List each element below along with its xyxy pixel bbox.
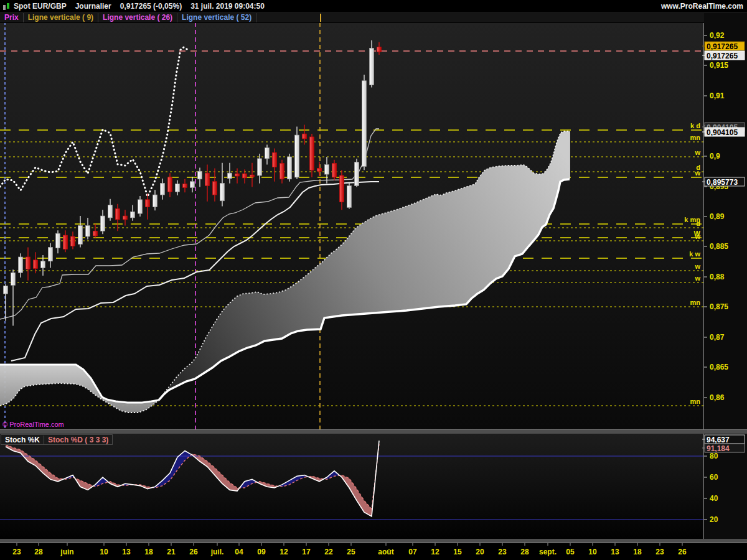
date-label-28[interactable]: 28 — [34, 548, 43, 556]
date-label-21[interactable]: 21 — [167, 548, 176, 556]
legend-item-prix[interactable]: Prix — [0, 13, 24, 22]
candle-body — [228, 173, 232, 179]
price-axis-label-0,86[interactable]: 0,86 — [710, 393, 725, 402]
candle-body — [295, 135, 299, 177]
date-label-25[interactable]: 25 — [347, 548, 355, 556]
date-label-20[interactable]: 20 — [476, 548, 484, 556]
date-label-23[interactable]: 23 — [655, 548, 664, 556]
candle-body — [11, 273, 16, 285]
stoch-axis-label-40[interactable]: 40 — [710, 494, 718, 503]
pivot-label-10: w — [694, 263, 700, 270]
chart-canvas[interactable]: k dmnwdwk mndWwk wwwmnmn0,920,9150,910,9… — [0, 0, 747, 560]
candle-body — [362, 81, 367, 167]
date-label-23[interactable]: 23 — [498, 548, 507, 556]
date-label-12[interactable]: 12 — [431, 548, 439, 556]
candle-body — [176, 184, 180, 192]
main-chart-background[interactable] — [0, 22, 704, 429]
prorealtime-window: k dmnwdwk mndWwk wwwmnmn0,920,9150,910,9… — [0, 0, 747, 560]
date-label-10[interactable]: 10 — [100, 548, 108, 556]
candle-body — [288, 157, 292, 179]
candle-body — [86, 226, 90, 236]
pivot-label-1: mn — [690, 134, 701, 141]
date-label-05[interactable]: 05 — [566, 548, 575, 556]
date-label-13[interactable]: 13 — [611, 548, 619, 556]
price-axis-label-0,88[interactable]: 0,88 — [710, 273, 725, 281]
date-label-août[interactable]: août — [378, 548, 393, 556]
datetime-readout: 31 juil. 2019 09:04:50 — [190, 2, 265, 11]
candle-26/07 — [355, 159, 359, 187]
stoch-tag-0: 94,637 — [707, 436, 730, 444]
date-label-04[interactable]: 04 — [235, 548, 243, 556]
price-tag-1: 0,917265 — [707, 52, 738, 60]
candle-body — [377, 47, 382, 52]
price-axis-label-0,92[interactable]: 0,92 — [710, 31, 725, 40]
candle-body — [317, 168, 322, 171]
candle-body — [19, 257, 23, 273]
panel-separator[interactable] — [0, 429, 747, 434]
date-label-26[interactable]: 26 — [189, 548, 198, 556]
candle-body — [123, 216, 128, 220]
pivot-label-11: w — [694, 274, 700, 282]
price-axis-label-0,875[interactable]: 0,875 — [710, 302, 728, 311]
date-label-juil.[interactable]: juil. — [210, 548, 224, 556]
candle-body — [183, 184, 187, 188]
candle-body — [153, 195, 157, 207]
prorealtime-watermark: © ProRealTime.com — [2, 421, 64, 428]
price-axis-label-0,915[interactable]: 0,915 — [710, 61, 728, 70]
date-label-15[interactable]: 15 — [453, 548, 462, 556]
pivot-label-6: d — [696, 220, 700, 227]
price-axis-label-0,89[interactable]: 0,89 — [710, 212, 725, 221]
date-label-13[interactable]: 13 — [122, 548, 131, 556]
date-label-18[interactable]: 18 — [633, 548, 642, 556]
date-label-17[interactable]: 17 — [302, 548, 311, 556]
price-axis-label-0,9[interactable]: 0,9 — [710, 152, 720, 161]
candle-body — [168, 177, 172, 192]
pivot-label-0: k d — [690, 122, 700, 129]
date-label-10[interactable]: 10 — [588, 548, 597, 556]
candle-body — [220, 184, 225, 201]
stoch-axis-label-20[interactable]: 20 — [710, 515, 718, 524]
pivot-label-9: k w — [689, 250, 700, 258]
pivot-label-13: mn — [690, 398, 701, 405]
legend-item-ligne-verticale-2[interactable]: Ligne verticale ( 52) — [177, 13, 256, 22]
price-axis-label-0,87[interactable]: 0,87 — [710, 333, 725, 342]
candle-25/07 — [347, 182, 352, 209]
stoch-axis-label-60[interactable]: 60 — [710, 473, 718, 482]
candle-body — [56, 233, 60, 248]
date-label-28[interactable]: 28 — [520, 548, 529, 556]
date-label-12[interactable]: 12 — [280, 548, 288, 556]
candle-body — [41, 261, 45, 268]
date-label-18[interactable]: 18 — [144, 548, 153, 556]
candle-body — [138, 200, 143, 213]
legend-item-ligne-verticale-0[interactable]: Ligne verticale ( 9) — [24, 13, 98, 22]
price-axis-label-0,91[interactable]: 0,91 — [710, 91, 725, 100]
price-tag-4: 0,895773 — [707, 178, 738, 187]
indicator-legend-bar: PrixLigne verticale ( 9)Ligne verticale … — [0, 13, 704, 23]
date-label-26[interactable]: 26 — [678, 548, 687, 556]
candle-15/07 — [288, 154, 292, 182]
candle-body — [273, 152, 277, 167]
date-label-23[interactable]: 23 — [12, 548, 21, 556]
price-tag-3: 0,904105 — [707, 128, 738, 137]
candle-body — [280, 164, 284, 179]
last-price-readout: 0,917265 (-0,05%) — [120, 2, 182, 11]
stoch-d-label[interactable]: Stoch %D ( 3 3 3) — [44, 436, 112, 444]
date-label-juin[interactable]: juin — [60, 548, 73, 556]
stoch-tag-1: 91,184 — [707, 444, 730, 453]
stoch-axis-label-80[interactable]: 80 — [710, 452, 718, 460]
candle-body — [49, 247, 53, 261]
legend-item-ligne-verticale-1[interactable]: Ligne verticale ( 26) — [98, 13, 177, 22]
candle-body — [93, 231, 98, 236]
candle-body — [4, 286, 8, 294]
candle-body — [243, 174, 247, 178]
date-label-09[interactable]: 09 — [257, 548, 266, 556]
date-label-22[interactable]: 22 — [324, 548, 333, 556]
stoch-k-label[interactable]: Stoch %K — [1, 436, 44, 444]
date-label-07[interactable]: 07 — [408, 548, 417, 556]
site-link[interactable]: www.ProRealTime.com — [661, 2, 743, 11]
candle-body — [332, 164, 337, 177]
price-axis-label-0,885[interactable]: 0,885 — [710, 242, 728, 251]
price-axis-label-0,865[interactable]: 0,865 — [710, 363, 728, 371]
date-label-sept.[interactable]: sept. — [539, 548, 557, 556]
candle-body — [205, 173, 210, 185]
